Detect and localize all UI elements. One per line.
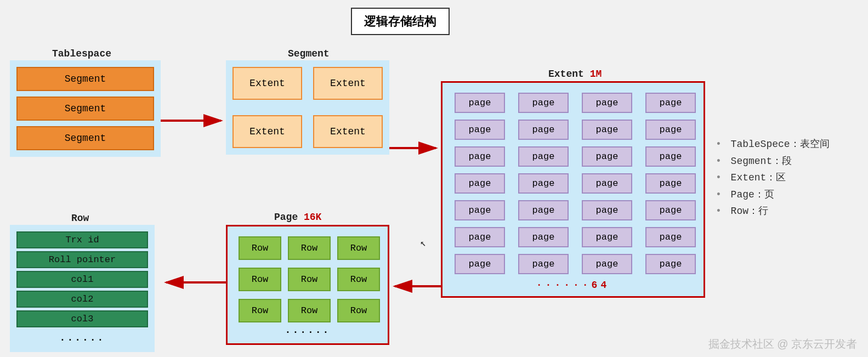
row-field-col2: col2 [16,291,148,308]
extent-ellipsis: ······64 [455,280,691,291]
row-item: Row [239,299,281,322]
row-item: Row [337,236,380,260]
segment-item: Segment [16,67,154,91]
watermark: 掘金技术社区 @ 京东云开发者 [708,337,857,352]
row-item: Row [288,268,331,291]
page-box: RowRowRowRowRowRowRowRowRow ······ [226,225,389,345]
page-item: page [582,200,632,220]
page-item: page [455,254,505,274]
tablespace-box: Segment Segment Segment [10,60,161,157]
extent-label: Extent 1M [548,69,602,80]
segment-label: Segment [288,48,330,59]
arrow-tablespace-to-segment [161,115,226,126]
extent-box: pagepagepagepagepagepagepagepagepagepage… [441,81,705,298]
legend-item: Row：行 [716,203,830,220]
extent-item: Extent [232,67,302,100]
page-item: page [518,93,569,113]
row-item: Row [239,268,281,291]
row-field-col1: col1 [16,271,148,288]
page-item: page [582,227,632,247]
row-field-col3: col3 [16,310,148,327]
page-item: page [455,173,505,194]
page-item: page [582,254,632,274]
page-item: page [455,227,505,247]
page-grid: pagepagepagepagepagepagepagepagepagepage… [455,93,691,274]
extent-item: Extent [232,115,302,148]
segment-item: Segment [16,126,154,150]
row-grid: RowRowRowRowRowRowRowRowRow [239,236,377,322]
page-item: page [582,120,632,140]
page-item: page [645,146,696,167]
arrow-extent-to-page [389,281,441,292]
legend-item: Segment：段 [716,153,830,170]
segment-item: Segment [16,97,154,121]
row-box: Trx id Roll pointer col1 col2 col3 ·····… [10,225,155,352]
page-label: Page 16K [274,212,321,223]
arrow-page-to-row [161,277,226,288]
row-item: Row [239,236,281,260]
legend-item: Page：页 [716,186,830,203]
row-label: Row [71,213,89,224]
page-item: page [518,120,569,140]
row-ellipsis: ······ [16,335,148,345]
legend-item: Extent：区 [716,169,830,186]
tablespace-label: Tablespace [52,48,111,59]
page-item: page [518,200,569,220]
page-item: page [645,227,696,247]
page-item: page [455,120,505,140]
page-item: page [582,173,632,194]
page-item: page [645,173,696,194]
extent-item: Extent [313,115,383,148]
page-ellipsis: ······ [239,327,377,338]
row-item: Row [337,268,380,291]
page-item: page [582,146,632,167]
row-field-trxid: Trx id [16,231,148,248]
legend-list: TableSpece：表空间 Segment：段 Extent：区 Page：页… [716,136,830,220]
page-item: page [455,146,505,167]
page-item: page [455,200,505,220]
row-item: Row [337,299,380,322]
row-field-rollpointer: Roll pointer [16,251,148,268]
arrow-segment-to-extent [389,143,441,154]
page-item: page [518,254,569,274]
page-item: page [518,146,569,167]
page-item: page [645,120,696,140]
page-item: page [455,93,505,113]
row-item: Row [288,299,331,322]
diagram-title: 逻辑存储结构 [351,8,450,35]
extent-item: Extent [313,67,383,100]
page-item: page [518,227,569,247]
page-item: page [645,93,696,113]
page-item: page [645,200,696,220]
row-item: Row [288,236,331,260]
page-item: page [645,254,696,274]
legend-item: TableSpece：表空间 [716,136,830,153]
segment-box: Extent Extent Extent Extent [226,60,389,155]
cursor-icon: ↖ [420,237,426,249]
page-item: page [518,173,569,194]
page-item: page [582,93,632,113]
